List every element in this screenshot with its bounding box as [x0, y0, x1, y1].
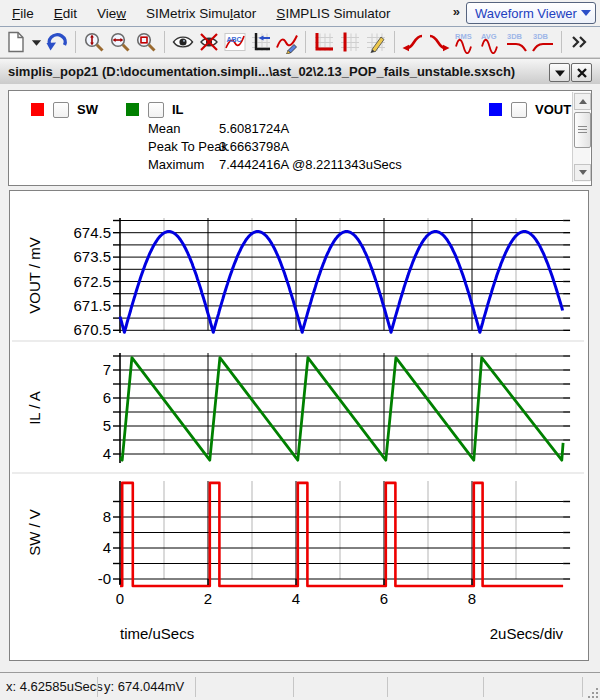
menu-file[interactable]: File: [2, 2, 44, 25]
il-color-swatch: [126, 103, 139, 116]
vertical-grid-button[interactable]: [338, 30, 362, 54]
zoom-rectangle-button[interactable]: [134, 30, 158, 54]
curve-label-button[interactable]: ABC: [223, 30, 247, 54]
resize-grip[interactable]: [585, 685, 598, 698]
fall-time-measure-icon: [427, 30, 451, 54]
svg-text:ABC: ABC: [227, 36, 242, 43]
status-bar: x: 4.62585uSecs y: 674.044mV: [0, 672, 600, 700]
svg-text:4: 4: [103, 539, 111, 556]
rms-measure-icon: RMS: [453, 30, 477, 54]
cursor-y-readout: y: 674.044mV: [104, 679, 184, 694]
vertical-grid-icon: [338, 30, 362, 54]
sw-legend-label: SW: [77, 102, 98, 117]
scrollbar-thumb[interactable]: [574, 112, 591, 148]
thumb-grip: [578, 126, 587, 134]
svg-text:RMS: RMS: [455, 32, 472, 41]
status-separator: [293, 677, 294, 697]
zoom-rectangle-icon: [134, 30, 158, 54]
menu-overflow-chevron[interactable]: »: [453, 4, 460, 19]
menu-view[interactable]: View: [87, 2, 136, 25]
rise-time-measure-button[interactable]: [401, 30, 425, 54]
more-tools-icon: [568, 30, 592, 54]
avg-measure-icon: AVG: [479, 30, 503, 54]
mode-selector-value: Waveform Viewer: [467, 6, 577, 21]
il-trace[interactable]: [120, 358, 563, 461]
application-window: FileEditViewSIMetrix SimulatorSIMPLIS Si…: [0, 0, 600, 700]
svg-text:7: 7: [103, 361, 111, 378]
toolbar-separator: [75, 31, 76, 53]
window-menu-button[interactable]: [549, 63, 570, 82]
status-separator: [582, 677, 583, 697]
svg-text:672.5: 672.5: [73, 273, 111, 290]
stat-value-maximum: 7.4442416A @8.2211343uSecs: [219, 157, 402, 172]
vout-legend-label: VOUT: [535, 102, 571, 117]
menu-simplis-simulator[interactable]: SIMPLIS Simulator: [266, 2, 400, 25]
graph-panel: 674.5673.5672.5671.5670.5VOUT / mV7654IL…: [9, 190, 589, 661]
show-curve-button[interactable]: [171, 30, 195, 54]
close-button[interactable]: [571, 63, 592, 82]
toolbar-separator: [164, 31, 165, 53]
lowpass-3db-button[interactable]: 3DB: [505, 30, 529, 54]
svg-text:4: 4: [103, 445, 111, 462]
svg-text:674.5: 674.5: [73, 224, 111, 241]
show-curve-icon: [171, 30, 195, 54]
svg-text:VOUT / mV: VOUT / mV: [26, 237, 43, 313]
undo-zoom-icon: [45, 30, 69, 54]
svg-text:670.5: 670.5: [73, 321, 111, 338]
graph-history-dropdown-icon: [30, 30, 43, 54]
rms-measure-button[interactable]: RMS: [453, 30, 477, 54]
edit-curve-button[interactable]: [275, 30, 299, 54]
add-axis-button[interactable]: [249, 30, 273, 54]
vout-curve-checkbox[interactable]: [511, 102, 527, 118]
stat-label-maximum: Maximum: [148, 157, 204, 172]
il-curve-checkbox[interactable]: [148, 102, 164, 118]
graph-history-dropdown-button[interactable]: [30, 30, 43, 54]
vout-color-swatch: [489, 103, 502, 116]
waveform-plot[interactable]: 674.5673.5672.5671.5670.5VOUT / mV7654IL…: [10, 191, 588, 660]
chevron-down-icon[interactable]: [577, 10, 595, 16]
zoom-x-fit-button[interactable]: [108, 30, 132, 54]
new-graph-icon: [4, 30, 28, 54]
main-axis-button[interactable]: [312, 30, 336, 54]
sw-trace[interactable]: [120, 483, 563, 586]
toolbar: ABCRMSAVG3DB3DB: [0, 27, 600, 58]
svg-text:8: 8: [103, 508, 111, 525]
fall-time-measure-button[interactable]: [427, 30, 451, 54]
triangle-down-icon: [579, 170, 587, 175]
document-title-bar[interactable]: simplis_pop21 (D:\documentation.simpli..…: [0, 58, 600, 85]
main-axis-icon: [312, 30, 336, 54]
hide-curve-icon: [197, 30, 221, 54]
highpass-3db-button[interactable]: 3DB: [531, 30, 555, 54]
legend-panel: SW IL Mean 5.6081724A Peak To Peak 3.666…: [8, 90, 592, 186]
status-separator: [483, 677, 484, 697]
new-graph-button[interactable]: [4, 30, 28, 54]
document-title: simplis_pop21 (D:\documentation.simpli..…: [0, 64, 515, 79]
scroll-down-button[interactable]: [574, 164, 591, 181]
svg-text:673.5: 673.5: [73, 248, 111, 265]
more-tools-button[interactable]: [568, 30, 592, 54]
scroll-up-button[interactable]: [574, 93, 591, 110]
hide-curve-button[interactable]: [197, 30, 221, 54]
stat-value-peak-to-peak: 3.6663798A: [219, 139, 289, 154]
undo-zoom-button[interactable]: [45, 30, 69, 54]
menu-edit[interactable]: Edit: [44, 2, 87, 25]
mode-selector-combo[interactable]: Waveform Viewer: [466, 2, 596, 24]
svg-text:6: 6: [380, 590, 388, 607]
zoom-y-fit-button[interactable]: [82, 30, 106, 54]
il-legend-label: IL: [172, 102, 184, 117]
svg-text:4: 4: [292, 590, 300, 607]
status-separator: [195, 677, 196, 697]
svg-text:8: 8: [468, 590, 476, 607]
toolbar-separator: [305, 31, 306, 53]
edit-grid-icon: [364, 30, 388, 54]
svg-text:AVG: AVG: [481, 32, 497, 41]
legend-scrollbar[interactable]: [572, 92, 590, 182]
avg-measure-button[interactable]: AVG: [479, 30, 503, 54]
rise-time-measure-icon: [401, 30, 425, 54]
svg-text:0: 0: [116, 590, 124, 607]
edit-grid-button[interactable]: [364, 30, 388, 54]
status-separator: [97, 677, 98, 697]
sw-curve-checkbox[interactable]: [53, 102, 69, 118]
menu-simetrix-simulator[interactable]: SIMetrix Simulator: [136, 2, 266, 25]
stat-label-mean: Mean: [148, 121, 181, 136]
